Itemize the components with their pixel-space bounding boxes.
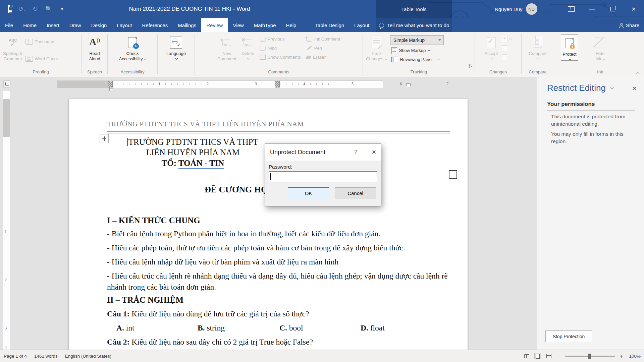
table-column-marker[interactable] [275,81,280,87]
share-person-icon [619,23,623,27]
tab-home[interactable]: Home [18,18,42,32]
tab-view[interactable]: View [228,18,249,32]
paragraph[interactable]: - Hiểu câu lệnh nhập dữ liệu vào từ bàn … [107,256,453,267]
reject-button[interactable] [500,35,513,44]
tab-layout[interactable]: Layout [112,18,137,32]
track-changes-button[interactable]: Track Changes [365,34,388,62]
zoom-slider[interactable] [565,356,615,357]
next-change-button[interactable] [500,53,513,62]
paragraph[interactable]: - Hiểu các phép toán, thứ tự ưu tiên các… [107,242,453,253]
tab-file[interactable]: File [0,18,18,32]
compare-button[interactable]: Compare [527,34,548,60]
document-title[interactable]: ĐỀ CƯƠNG HỌ [205,185,268,195]
ribbon-display-options-icon[interactable] [561,0,582,18]
tab-table-layout[interactable]: Layout [349,18,374,32]
close-icon[interactable]: ✕ [623,0,644,18]
share-button[interactable]: Share [619,18,639,32]
restore-icon[interactable] [602,0,623,18]
tab-references[interactable]: References [137,18,173,32]
school-name-block[interactable]: TRƯỜNG PTDTNT THCS VÀ THPT LIÊN HUYỆN PH… [106,137,280,168]
eraser-button[interactable]: Eraser [305,53,341,62]
minimize-icon[interactable]: — [582,0,602,18]
print-layout-icon[interactable] [535,353,541,359]
ok-button[interactable]: OK [288,187,329,199]
dialog-help-icon[interactable]: ? [354,149,357,156]
zoom-level[interactable]: 100% [629,354,641,359]
question-2[interactable]: Câu 2: Kiểu dữ liệu nào sau đây chỉ có 2… [107,338,453,347]
accept-button[interactable]: Accept [483,34,499,60]
reviewing-pane-button[interactable]: Reviewing Pane [390,55,444,64]
paragraph[interactable]: - Hiểu cấu trúc câu lệnh rẽ nhánh dạng t… [107,270,453,293]
tab-insert[interactable]: Insert [42,18,64,32]
group-label-speech: Speech [82,69,107,77]
zoom-slider-thumb[interactable] [588,354,591,359]
pane-menu-chevron-icon[interactable] [610,85,614,89]
tab-help[interactable]: Help [281,18,302,32]
tab-mathtype[interactable]: MathType [249,18,281,32]
language-indicator[interactable]: English (United States) [61,354,115,359]
paragraph[interactable]: - Biết câu lệnh trong Python phân biệt i… [107,228,453,239]
dialog-title-bar[interactable]: Unprotect Document ? ✕ [265,144,381,161]
new-comment-button[interactable]: + NewComment [216,34,237,62]
pane-close-icon[interactable]: ✕ [632,85,637,92]
previous-change-button[interactable] [500,44,513,53]
tab-review[interactable]: Review [201,18,228,32]
tab-table-design[interactable]: Table Design [310,18,349,32]
pen-button[interactable]: Pen [305,44,341,53]
zoom-out-icon[interactable]: − [557,353,560,360]
web-layout-icon[interactable] [546,353,552,359]
word-count-indicator[interactable]: 1461 words [31,354,61,359]
show-markup-button[interactable]: Show Markup [390,46,444,55]
lightbulb-icon [379,23,384,28]
delete-comment-button[interactable]: ✕ Delete [240,34,256,60]
language-button[interactable]: ✓ Language [165,34,187,60]
account-area[interactable]: Nguyen Duy ND [495,0,537,18]
tab-design[interactable]: Design [86,18,112,32]
zoom-in-icon[interactable]: + [620,353,623,360]
read-aloud-button[interactable]: A)) ReadAloud [88,34,101,62]
tell-me-box[interactable]: Tell me what you want to do [374,18,454,32]
tab-draw[interactable]: Draw [64,18,86,32]
ink-comment-button[interactable]: ＋ Ink Comment [305,35,341,44]
document-page[interactable]: TRƯỜNG PTDTNT THCS VÀ THPT LIÊN HUYỆN PH… [68,99,468,350]
right-indent-marker[interactable] [406,83,411,88]
option-d[interactable]: D. float [361,323,385,333]
show-comments-button[interactable]: Show Comments [258,53,302,62]
horizontal-ruler[interactable]: 1 2 3 4 5 6 7 [57,80,383,88]
hide-ink-button[interactable]: Hide Ink [593,34,607,62]
spelling-grammar-button[interactable]: ABC✓ Spelling &Grammar [2,34,24,62]
previous-comment-button[interactable]: Previous [258,35,302,44]
question-1[interactable]: Câu 1: Kiểu dữ liệu nào dùng để lưu trữ … [107,309,453,318]
check-accessibility-button[interactable]: ↻ Check Accessibility [118,34,147,62]
read-mode-icon[interactable] [524,353,530,359]
vruler-number: 1 [5,229,7,234]
first-line-indent-marker[interactable] [109,80,113,84]
password-input[interactable] [269,171,377,182]
window-controls: — ✕ [561,0,644,18]
dialog-close-icon[interactable]: ✕ [372,149,376,156]
left-indent-marker[interactable] [109,88,113,91]
combo-arrow-icon[interactable] [436,36,443,45]
option-b[interactable]: B. string [198,323,225,333]
word-count-icon: ABC123 [25,56,33,62]
word-count-button[interactable]: ABC123 Word Count [24,54,59,63]
cancel-button[interactable]: Cancel [335,187,376,199]
page-indicator[interactable]: Page 1 of 4 [0,354,31,359]
document-workspace: 1 2 3 4 5 6 7 1 2 3 4 TRƯỜNG PTDTNT THCS… [0,77,537,350]
protect-button[interactable]: Protect [561,34,578,61]
section-1-heading[interactable]: I – KIẾN THỨC CHUNG [107,216,200,225]
tab-selector-button[interactable] [3,80,10,87]
section-2-heading[interactable]: II – TRẮC NGHIỆM [107,295,183,305]
option-a[interactable]: A. int [116,323,135,333]
form-checkbox[interactable] [449,170,457,179]
vertical-ruler[interactable]: 1 2 3 4 [3,91,10,350]
option-c[interactable]: C. bool [279,323,303,333]
collapse-ribbon-icon[interactable] [636,71,639,75]
stop-protection-button[interactable]: Stop Protection [545,330,592,342]
tab-mailings[interactable]: Mailings [173,18,201,32]
thesaurus-button[interactable]: Thesaurus [24,37,59,46]
markup-mode-select[interactable]: Simple Markup [390,35,444,45]
tracking-dialog-launcher-icon[interactable] [469,64,473,68]
avatar[interactable]: ND [526,3,537,15]
next-comment-button[interactable]: Next [258,44,302,53]
